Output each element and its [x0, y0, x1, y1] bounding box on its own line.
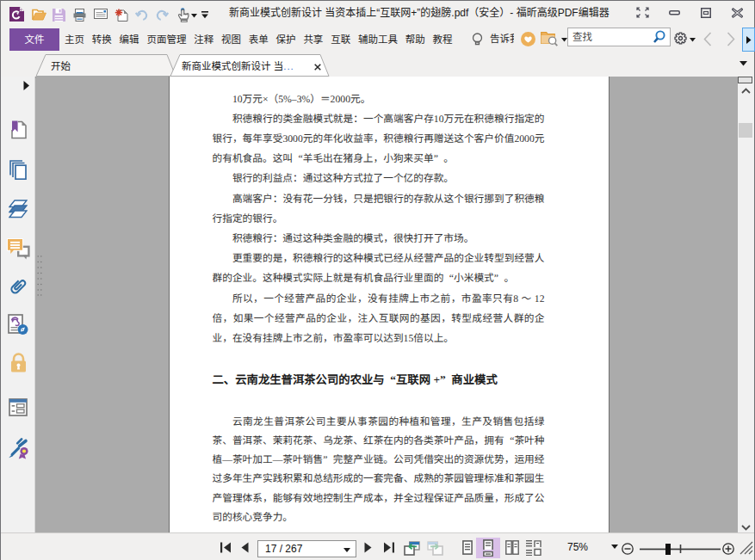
pages-panel-icon[interactable]: [1, 160, 35, 180]
print-icon[interactable]: [73, 9, 86, 22]
app-window: 新商业模式创新设计 当资本插上“互联网+”的翅膀.pdf（安全）- 福昕高级PD…: [0, 0, 755, 560]
document-text-line: 云南龙生普洱茶公司主要从事茶园的种植和管理，生产及销售包括绿: [213, 415, 545, 429]
fullscreen-icon[interactable]: [636, 7, 648, 19]
fields-panel-icon[interactable]: [1, 398, 35, 416]
page-number-input[interactable]: 17 / 267: [257, 540, 356, 557]
close-icon[interactable]: [732, 8, 744, 20]
bookmarks-panel-icon[interactable]: [1, 120, 35, 139]
email-icon[interactable]: [94, 9, 108, 19]
zoom-caret-icon[interactable]: [611, 545, 618, 549]
document-text-line: 群的企业。这种模式实际上就是有机食品行业里面的“小米模式”。: [213, 271, 545, 286]
menu-item-7[interactable]: 保护: [276, 32, 296, 46]
zoom-slider-thumb[interactable]: [665, 544, 671, 555]
document-text-line: 倍，如果一个经营产品的企业，注入互联网的基因，转型成经营人群的企: [213, 311, 545, 326]
hand-tool-icon[interactable]: [176, 8, 190, 22]
menu-item-9[interactable]: 互联: [331, 32, 350, 46]
zoom-level-value[interactable]: 75%: [567, 533, 588, 560]
settings-caret-icon[interactable]: [690, 38, 696, 42]
document-text-line: 高端客户：没有花一分钱，只是把银行的存款从这个银行挪到了积德粮: [213, 192, 545, 206]
title-bar: 新商业模式创新设计 当资本插上“互联网+”的翅膀.pdf（安全）- 福昕高级PD…: [1, 1, 754, 25]
tab-start[interactable]: 开始: [51, 58, 71, 72]
status-bar: 17 / 267: [1, 532, 754, 560]
document-text-line: 茶、普洱茶、茉莉花茶、乌龙茶、红茶在内的各类茶叶产品，拥有“茶叶种: [213, 434, 545, 448]
window-title: 新商业模式创新设计 当资本插上“互联网+”的翅膀.pdf（安全）- 福昕高级PD…: [229, 1, 610, 25]
continuous-facing-view-icon[interactable]: [525, 540, 541, 556]
tab-ellipsis: ...: [283, 61, 294, 71]
document-text-line: 的有机食品。这叫“羊毛出在猪身上，小狗来买单”。: [213, 151, 545, 166]
tab-document[interactable]: 新商业模式创新设计 当...: [182, 58, 294, 72]
document-text-line: 积德粮行的类金融模式就是：一个高端客户存10万元在积德粮行指定的: [213, 112, 545, 126]
document-text-line: 银行的利益点：通过这种方式拉了一个亿的存款。: [213, 171, 545, 186]
minimize-icon[interactable]: [669, 10, 681, 22]
nav-forward-icon[interactable]: [727, 32, 735, 46]
menu-item-12[interactable]: 教程: [433, 32, 453, 46]
scroll-down-icon[interactable]: [741, 525, 751, 531]
prev-page-icon[interactable]: [241, 542, 249, 553]
single-page-view-icon[interactable]: [462, 540, 473, 555]
snapshot-folder-icon[interactable]: [541, 31, 560, 46]
settings-gear-icon[interactable]: [674, 32, 687, 45]
document-heading: 二、云南龙生普洱茶公司的农业与“互联网 +”商业模式: [213, 371, 643, 387]
document-text-line: 更重要的是，积德粮行的这种模式已经从经营产品的企业转型到经营人: [213, 251, 545, 266]
scrollbar-split-handle[interactable]: [738, 77, 752, 83]
menu-item-5[interactable]: 视图: [221, 32, 241, 46]
search-icon[interactable]: [653, 30, 666, 44]
open-file-icon[interactable]: [32, 9, 46, 21]
tab-list-caret-icon[interactable]: [740, 61, 747, 66]
expand-panel-button[interactable]: [742, 28, 755, 52]
menu-item-4[interactable]: 注释: [194, 32, 214, 46]
zoom-out-icon[interactable]: [622, 543, 634, 555]
security-panel-icon[interactable]: [1, 353, 35, 372]
layers-panel-icon[interactable]: [1, 199, 35, 218]
resize-grip-icon[interactable]: [740, 541, 753, 555]
save-icon[interactable]: [53, 9, 65, 22]
facing-view-icon[interactable]: [505, 540, 519, 555]
menu-file-button[interactable]: 文件: [9, 28, 59, 51]
lightbulb-icon[interactable]: [472, 33, 483, 48]
last-page-icon[interactable]: [383, 542, 395, 553]
menu-item-3[interactable]: 页面管理: [146, 32, 186, 46]
expand-panel-arrow-icon[interactable]: [1, 81, 35, 90]
attachments-panel-icon[interactable]: [1, 277, 35, 296]
hand-tool-caret-icon[interactable]: [191, 14, 197, 18]
document-text-line: 业，在没有挂牌上市之前，市盈率可以达到15倍以上。: [213, 331, 545, 346]
document-text-line: 司的核心竞争力。: [213, 510, 545, 525]
menu-item-11[interactable]: 帮助: [405, 32, 425, 46]
previous-view-icon[interactable]: [404, 541, 420, 556]
document-text-line: 银行，每年享受3000元的年化收益率，积德粮行再赠送这个客户价值2000元: [213, 132, 545, 146]
tab-close-icon[interactable]: [314, 64, 321, 71]
menu-bar: 文件 主页转换编辑页面管理注释视图表单保护共享互联辅助工具帮助教程 告诉我: [1, 25, 754, 52]
certificates-panel-icon[interactable]: [1, 437, 35, 459]
scroll-up-icon[interactable]: [741, 88, 751, 94]
pdf-page: 10万元×（5%–3%）＝2000元。积德粮行的类金融模式就是：一个高端客户存1…: [169, 77, 610, 532]
menu-item-2[interactable]: 编辑: [120, 32, 139, 46]
tell-me-label[interactable]: 告诉我: [490, 25, 514, 52]
menu-item-10[interactable]: 辅助工具: [358, 32, 398, 46]
tab-shapes: [1, 52, 754, 77]
comments-panel-icon[interactable]: [1, 238, 35, 262]
page-number-caret-icon[interactable]: [343, 548, 350, 552]
snapshot-caret-icon[interactable]: [561, 38, 567, 42]
next-view-icon[interactable]: [427, 541, 443, 556]
undo-icon[interactable]: [135, 9, 149, 22]
menu-item-8[interactable]: 共享: [303, 32, 323, 46]
redo-icon[interactable]: [155, 9, 169, 22]
vertical-scrollbar[interactable]: [738, 77, 754, 532]
search-input[interactable]: 查找: [567, 28, 671, 46]
menu-item-0[interactable]: 主页: [65, 32, 84, 46]
maximize-icon[interactable]: [701, 8, 713, 20]
first-page-icon[interactable]: [220, 542, 232, 553]
create-pdf-icon[interactable]: [114, 9, 128, 22]
zoom-in-icon[interactable]: [722, 543, 734, 555]
nav-back-icon[interactable]: [703, 32, 712, 46]
menu-item-6[interactable]: 表单: [249, 32, 269, 46]
favorite-heart-icon[interactable]: [521, 32, 535, 46]
signature-panel-icon[interactable]: [1, 314, 35, 335]
scrollbar-thumb[interactable]: [739, 123, 752, 138]
menu-item-1[interactable]: 转换: [92, 32, 112, 46]
continuous-view-highlight[interactable]: [476, 538, 500, 558]
customize-toolbar-icon[interactable]: [201, 11, 208, 19]
panel-resize-handle[interactable]: [37, 255, 42, 296]
main-area: 10万元×（5%–3%）＝2000元。积德粮行的类金融模式就是：一个高端客户存1…: [1, 77, 754, 532]
next-page-icon[interactable]: [364, 542, 372, 553]
